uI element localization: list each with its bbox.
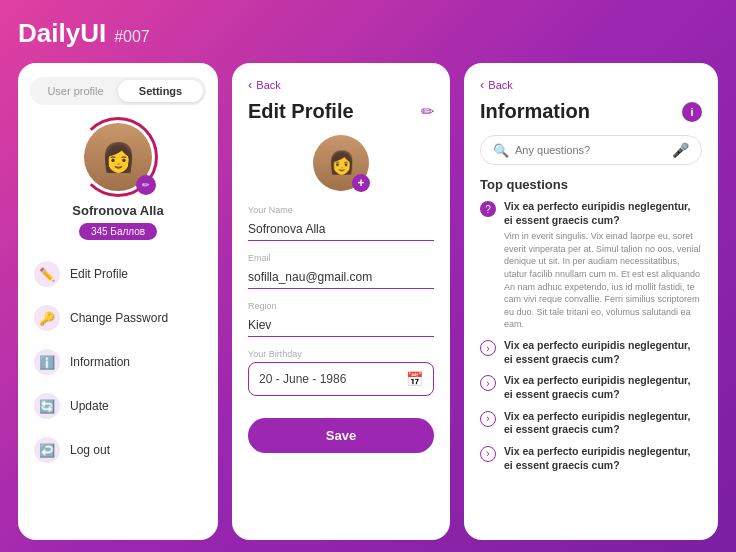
faq-answer-1: Vim in everit singulis. Vix einad laorpe…: [504, 230, 702, 331]
app-title: DailyUI: [18, 18, 106, 49]
search-bar[interactable]: 🔍 🎤: [480, 135, 702, 165]
faq-question-1: Vix ea perfecto euripidis neglegentur, e…: [504, 200, 702, 227]
back-button-info[interactable]: ‹ Back: [480, 77, 702, 92]
region-field-label: Region: [248, 301, 434, 311]
edit-profile-title: Edit Profile: [248, 100, 354, 123]
faq-item-1: ? Vix ea perfecto euripidis neglegentur,…: [480, 200, 702, 331]
info-icon-button[interactable]: i: [682, 102, 702, 122]
profile-tabs: User profile Settings: [30, 77, 206, 105]
faq-question-3: Vix ea perfecto euripidis neglegentur, e…: [504, 374, 702, 401]
menu-item-logout[interactable]: ↩️ Log out: [28, 430, 208, 470]
faq-content-1: Vix ea perfecto euripidis neglegentur, e…: [504, 200, 702, 331]
region-input[interactable]: [248, 314, 434, 337]
back-button-edit[interactable]: ‹ Back: [248, 77, 434, 92]
email-field-group: Email: [248, 253, 434, 289]
edit-avatar-add-icon[interactable]: +: [352, 174, 370, 192]
edit-profile-icon: ✏️: [34, 261, 60, 287]
profile-menu: ✏️ Edit Profile 🔑 Change Password ℹ️ Inf…: [18, 254, 218, 470]
faq-item-4[interactable]: › Vix ea perfecto euripidis neglegentur,…: [480, 410, 702, 437]
header: DailyUI #007: [18, 18, 718, 49]
edit-profile-label: Edit Profile: [70, 267, 128, 281]
menu-item-information[interactable]: ℹ️ Information: [28, 342, 208, 382]
faq-bullet-3: ›: [480, 375, 496, 391]
app-subtitle: #007: [114, 28, 150, 46]
info-title-row: Information i: [480, 100, 702, 123]
update-label: Update: [70, 399, 109, 413]
logout-icon: ↩️: [34, 437, 60, 463]
faq-item-5[interactable]: › Vix ea perfecto euripidis neglegentur,…: [480, 445, 702, 472]
faq-question-5: Vix ea perfecto euripidis neglegentur, e…: [504, 445, 702, 472]
menu-item-change-password[interactable]: 🔑 Change Password: [28, 298, 208, 338]
search-icon: 🔍: [493, 143, 509, 158]
profile-badge: 345 Баллов: [79, 223, 157, 240]
email-input[interactable]: [248, 266, 434, 289]
change-password-label: Change Password: [70, 311, 168, 325]
logout-label: Log out: [70, 443, 110, 457]
avatar-section: 👩 ✏ Sofronova Alla 345 Баллов: [18, 121, 218, 240]
avatar-ring: 👩 ✏: [82, 121, 154, 193]
tab-user-profile[interactable]: User profile: [33, 80, 118, 102]
information-title: Information: [480, 100, 590, 123]
name-field-group: Your Name: [248, 205, 434, 241]
name-input[interactable]: [248, 218, 434, 241]
top-questions-label: Top questions: [480, 177, 702, 192]
birthday-field-group: Your Birthday 20 - June - 1986 📅: [248, 349, 434, 396]
edit-avatar: 👩 +: [313, 135, 369, 191]
faq-bullet-2: ›: [480, 340, 496, 356]
birthday-value: 20 - June - 1986: [259, 372, 346, 386]
faq-content-2: Vix ea perfecto euripidis neglegentur, e…: [504, 339, 702, 366]
edit-profile-card: ‹ Back Edit Profile ✏ 👩 + Your Name Emai…: [232, 63, 450, 540]
faq-content-5: Vix ea perfecto euripidis neglegentur, e…: [504, 445, 702, 472]
cards-row: User profile Settings 👩 ✏ Sofronova Alla…: [18, 63, 718, 540]
search-input[interactable]: [515, 144, 666, 156]
faq-question-4: Vix ea perfecto euripidis neglegentur, e…: [504, 410, 702, 437]
back-chevron-icon-info: ‹: [480, 77, 484, 92]
faq-item-3[interactable]: › Vix ea perfecto euripidis neglegentur,…: [480, 374, 702, 401]
change-password-icon: 🔑: [34, 305, 60, 331]
email-field-label: Email: [248, 253, 434, 263]
back-chevron-icon: ‹: [248, 77, 252, 92]
save-button[interactable]: Save: [248, 418, 434, 453]
menu-item-update[interactable]: 🔄 Update: [28, 386, 208, 426]
faq-bullet-4: ›: [480, 411, 496, 427]
faq-question-2: Vix ea perfecto euripidis neglegentur, e…: [504, 339, 702, 366]
faq-item-2[interactable]: › Vix ea perfecto euripidis neglegentur,…: [480, 339, 702, 366]
information-card: ‹ Back Information i 🔍 🎤 Top questions ?…: [464, 63, 718, 540]
faq-bullet-5: ›: [480, 446, 496, 462]
faq-content-3: Vix ea perfecto euripidis neglegentur, e…: [504, 374, 702, 401]
profile-card: User profile Settings 👩 ✏ Sofronova Alla…: [18, 63, 218, 540]
profile-name: Sofronova Alla: [72, 203, 163, 218]
edit-pencil-icon[interactable]: ✏: [421, 102, 434, 121]
region-field-group: Region: [248, 301, 434, 337]
faq-content-4: Vix ea perfecto euripidis neglegentur, e…: [504, 410, 702, 437]
edit-title-row: Edit Profile ✏: [248, 100, 434, 123]
name-field-label: Your Name: [248, 205, 434, 215]
information-icon: ℹ️: [34, 349, 60, 375]
calendar-icon: 📅: [406, 371, 423, 387]
menu-item-edit-profile[interactable]: ✏️ Edit Profile: [28, 254, 208, 294]
information-label: Information: [70, 355, 130, 369]
faq-bullet-1: ?: [480, 201, 496, 217]
mic-icon[interactable]: 🎤: [672, 142, 689, 158]
edit-avatar-section: 👩 +: [248, 135, 434, 191]
avatar-edit-button[interactable]: ✏: [136, 175, 156, 195]
birthday-picker[interactable]: 20 - June - 1986 📅: [248, 362, 434, 396]
update-icon: 🔄: [34, 393, 60, 419]
tab-settings[interactable]: Settings: [118, 80, 203, 102]
birthday-field-label: Your Birthday: [248, 349, 434, 359]
